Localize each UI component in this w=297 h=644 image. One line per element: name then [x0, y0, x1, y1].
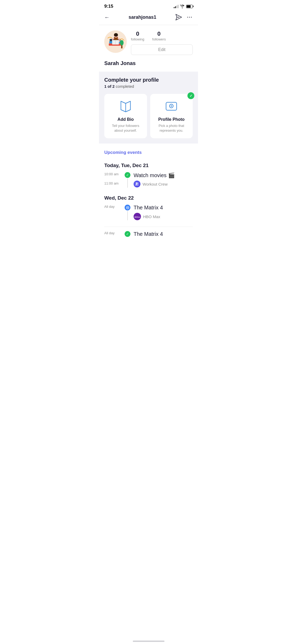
svg-point-2: [187, 17, 188, 18]
all-day-label: All day: [104, 205, 121, 209]
status-bar: 9:15: [99, 0, 198, 11]
svg-rect-14: [121, 45, 122, 48]
svg-point-19: [171, 105, 172, 107]
today-section: Today, Tue, Dec 21 10:00 am 11:00 am ✓ W…: [104, 163, 193, 188]
matrix4-event-name2: The Matrix 4: [134, 231, 163, 237]
event-dot: ✓: [125, 172, 130, 178]
header-actions: [175, 14, 193, 21]
event-start-time: 10:00 am: [104, 172, 121, 176]
profile-photo-desc: Pick a photo that represents you.: [154, 123, 189, 133]
wed-section: Wed, Dec 22 All day The Matrix 4: [104, 195, 193, 239]
matrix4-event2-details: The Matrix 4: [134, 231, 193, 239]
event-emoji: 🎬: [168, 172, 175, 178]
following-label: following: [131, 37, 144, 41]
book-icon: [119, 99, 133, 114]
edit-profile-button[interactable]: Edit: [131, 44, 193, 55]
svg-point-15: [120, 40, 124, 45]
profile-task-cards: Add Bio Tell your followers about yourse…: [104, 94, 193, 138]
svg-point-20: [136, 182, 137, 184]
status-icons: [174, 4, 193, 8]
event-indicator-wed2: ✓: [125, 231, 130, 237]
group-avatar: [134, 181, 140, 187]
event-timeline-line: [127, 178, 128, 188]
event-name: Watch movies: [134, 172, 167, 178]
complete-profile-section: Complete your profile 1 of 2 completed A…: [99, 72, 198, 144]
event-dot-green2: ✓: [125, 231, 130, 237]
allday-time-col: All day: [104, 205, 121, 209]
event-title-row: Watch movies 🎬: [134, 172, 193, 178]
complete-count: 1 of 2: [104, 84, 115, 89]
events-section: Upcoming events Today, Tue, Dec 21 10:00…: [99, 144, 198, 239]
more-options-icon[interactable]: [186, 14, 193, 20]
followers-label: followers: [152, 37, 166, 41]
hbo-group-row: HBO max HBO Max: [134, 213, 193, 220]
complete-subtitle-rest: completed: [115, 84, 134, 89]
profile-section: 0 following 0 followers Edit: [99, 25, 198, 59]
battery-icon: [186, 5, 193, 8]
photo-icon: [164, 99, 178, 114]
wifi-icon: [180, 5, 185, 8]
completed-badge: ✓: [187, 92, 194, 99]
user-full-name: Sarah Jonas: [99, 59, 198, 72]
complete-profile-subtitle: 1 of 2 completed: [104, 84, 193, 89]
profile-photo-title: Profile Photo: [158, 117, 185, 122]
avatar-illustration: [104, 30, 127, 53]
add-bio-desc: Tell your followers about yourself.: [109, 123, 143, 133]
add-bio-title: Add Bio: [117, 117, 134, 122]
stats-row: 0 following 0 followers: [131, 30, 193, 41]
matrix4-event2[interactable]: All day ✓ The Matrix 4: [104, 227, 193, 239]
event-time-column: 10:00 am 11:00 am: [104, 172, 121, 185]
all-day-label2: All day: [104, 231, 121, 235]
matrix4-title-row2: The Matrix 4: [134, 231, 193, 237]
svg-point-3: [189, 17, 190, 18]
send-icon[interactable]: [175, 14, 182, 21]
following-stat: 0 following: [131, 30, 144, 41]
profile-header: ← sarahjonas1: [99, 11, 198, 25]
complete-profile-title: Complete your profile: [104, 77, 193, 83]
avatar: [104, 30, 127, 53]
event-indicator: ✓: [125, 172, 130, 188]
matrix4-event[interactable]: All day The Matrix 4 H: [104, 205, 193, 220]
svg-point-11: [114, 33, 118, 37]
username-title: sarahjonas1: [129, 15, 156, 20]
event-group-row: Workout Crew: [134, 181, 193, 187]
upcoming-events-title: Upcoming events: [104, 150, 193, 155]
event-dot-blue: [125, 205, 130, 210]
status-time: 9:15: [104, 4, 113, 9]
matrix4-event-name: The Matrix 4: [134, 205, 163, 211]
profile-photo-card[interactable]: ✓ Profile Photo Pick a photo that repres…: [150, 94, 193, 138]
group-name: Workout Crew: [143, 182, 168, 186]
wed-date-header: Wed, Dec 22: [104, 195, 193, 201]
followers-count: 0: [157, 30, 161, 37]
svg-point-21: [137, 183, 139, 184]
hbo-group-name: HBO Max: [143, 214, 160, 219]
event-end-time: 11:00 am: [104, 181, 121, 185]
event-details: Watch movies 🎬 Workout Crew: [134, 172, 193, 187]
today-date-header: Today, Tue, Dec 21: [104, 163, 193, 168]
svg-point-4: [191, 17, 192, 18]
watch-movies-event[interactable]: 10:00 am 11:00 am ✓ Watch movies 🎬: [104, 172, 193, 188]
svg-text:max: max: [138, 216, 140, 218]
event-indicator-wed: [125, 205, 130, 220]
add-bio-card[interactable]: Add Bio Tell your followers about yourse…: [104, 94, 147, 138]
matrix4-title-row: The Matrix 4: [134, 205, 193, 211]
back-button[interactable]: ←: [104, 14, 110, 20]
signal-icon: [174, 4, 178, 8]
event-line-wed: [127, 211, 128, 220]
allday-time-col2: All day: [104, 231, 121, 235]
matrix4-event-details: The Matrix 4 HBO max HBO Max: [134, 205, 193, 220]
followers-stat: 0 followers: [152, 30, 166, 41]
hbo-badge: HBO max: [134, 213, 141, 220]
profile-stats: 0 following 0 followers Edit: [131, 30, 193, 55]
following-count: 0: [136, 30, 139, 37]
